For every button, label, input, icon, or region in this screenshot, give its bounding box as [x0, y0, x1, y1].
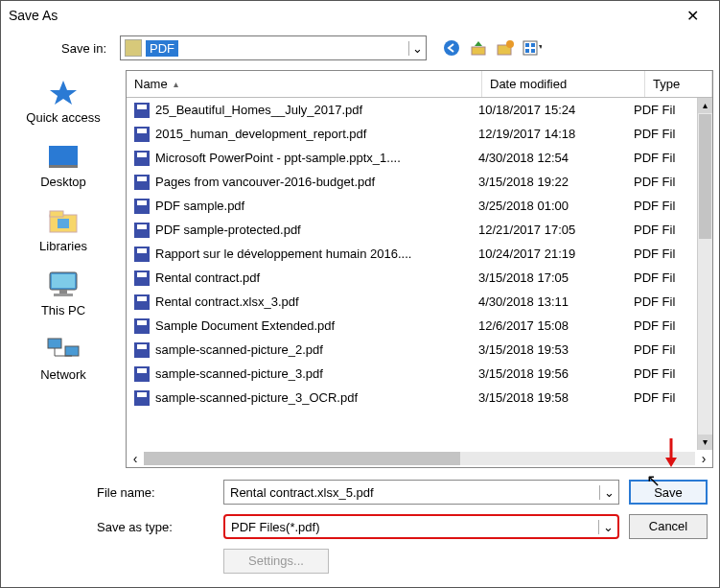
file-row[interactable]: PDF sample.pdf3/25/2018 01:00PDF Fil — [127, 194, 697, 218]
file-row[interactable]: sample-scanned-picture_2.pdf3/15/2018 19… — [127, 338, 697, 362]
place-label: Quick access — [1, 110, 126, 125]
file-name: 2015_human_development_report.pdf — [155, 127, 478, 141]
column-date[interactable]: Date modified — [482, 71, 645, 97]
place-this-pc[interactable]: This PC — [1, 265, 126, 327]
save-in-combo[interactable]: PDF ⌄ — [120, 35, 427, 60]
file-name: Rental contract.xlsx_3.pdf — [155, 294, 478, 309]
column-type[interactable]: Type — [645, 71, 712, 97]
svg-rect-12 — [50, 211, 63, 217]
file-type: PDF Fil — [634, 366, 689, 381]
scroll-left-icon[interactable]: ‹ — [127, 451, 144, 466]
file-row[interactable]: Microsoft PowerPoint - ppt-sample.pptx_1… — [127, 146, 697, 170]
file-name: sample-scanned-picture_3.pdf — [155, 366, 478, 381]
svg-rect-6 — [531, 43, 535, 47]
file-row[interactable]: sample-scanned-picture_3_OCR.pdf3/15/201… — [127, 386, 697, 410]
pdf-file-icon — [134, 199, 150, 214]
pdf-file-icon — [134, 294, 150, 310]
file-name: Sample Document Extended.pdf — [155, 318, 478, 333]
settings-button[interactable]: Settings... — [223, 549, 329, 574]
scroll-right-icon[interactable]: › — [695, 451, 712, 466]
file-type: PDF Fil — [634, 294, 689, 309]
filename-value: Rental contract.xlsx_5.pdf — [224, 485, 599, 500]
horizontal-scrollbar[interactable]: ‹ › — [127, 450, 712, 467]
cancel-button[interactable]: Cancel — [629, 514, 708, 539]
file-date: 3/15/2018 19:56 — [478, 366, 634, 381]
file-date: 10/24/2017 21:19 — [478, 247, 634, 261]
back-icon[interactable] — [442, 38, 461, 58]
desktop-icon — [44, 142, 82, 171]
toolbar: Save in: PDF ⌄ — [1, 30, 719, 66]
up-icon[interactable] — [469, 38, 488, 58]
file-name: Pages from vancouver-2016-budget.pdf — [155, 175, 478, 189]
file-name: Rental contract.pdf — [155, 270, 478, 285]
filetype-label: Save as type: — [12, 520, 214, 534]
chevron-down-icon[interactable]: ⌄ — [599, 485, 618, 500]
place-label: Desktop — [1, 175, 126, 189]
save-in-value: PDF — [146, 40, 178, 57]
vertical-scrollbar[interactable]: ▴ ▾ — [697, 98, 712, 450]
place-libraries[interactable]: Libraries — [1, 200, 126, 263]
svg-rect-9 — [49, 146, 78, 165]
file-date: 3/15/2018 19:58 — [478, 390, 634, 405]
file-row[interactable]: Pages from vancouver-2016-budget.pdf3/15… — [127, 170, 697, 194]
toolbar-icons — [442, 38, 542, 58]
folder-icon — [125, 39, 142, 57]
column-name[interactable]: Name▴ — [127, 71, 482, 97]
svg-rect-19 — [65, 346, 79, 356]
place-desktop[interactable]: Desktop — [1, 136, 126, 199]
scroll-down-icon[interactable]: ▾ — [698, 435, 712, 450]
file-date: 3/15/2018 17:05 — [478, 270, 634, 285]
file-date: 10/18/2017 15:24 — [478, 103, 634, 117]
scroll-thumb[interactable] — [699, 114, 711, 239]
place-network[interactable]: Network — [1, 329, 126, 391]
svg-rect-18 — [48, 339, 61, 348]
pdf-file-icon — [134, 270, 150, 286]
filetype-combo[interactable]: PDF Files(*.pdf) ⌄ — [223, 514, 619, 539]
pdf-file-icon — [134, 151, 150, 166]
file-row[interactable]: sample-scanned-picture_3.pdf3/15/2018 19… — [127, 362, 697, 386]
file-row[interactable]: Rapport sur le développement humain 2016… — [127, 242, 697, 266]
pdf-file-icon — [134, 318, 150, 334]
sort-asc-icon: ▴ — [174, 79, 178, 89]
file-type: PDF Fil — [634, 270, 689, 285]
save-as-dialog: Save As ✕ Save in: PDF ⌄ Quick access De… — [0, 0, 720, 588]
file-row[interactable]: Rental contract.pdf3/15/2018 17:05PDF Fi… — [127, 266, 697, 290]
close-button[interactable]: ✕ — [673, 7, 711, 25]
scroll-up-icon[interactable]: ▴ — [698, 98, 712, 113]
chevron-down-icon[interactable]: ⌄ — [408, 41, 426, 56]
file-row[interactable]: Rental contract.xlsx_3.pdf4/30/2018 13:1… — [127, 290, 697, 314]
hscroll-thumb[interactable] — [144, 452, 460, 465]
file-row[interactable]: PDF sample-protected.pdf12/21/2017 17:05… — [127, 218, 697, 242]
file-row[interactable]: Sample Document Extended.pdf12/6/2017 15… — [127, 314, 697, 338]
file-name: sample-scanned-picture_3_OCR.pdf — [155, 390, 478, 405]
filename-label: File name: — [12, 485, 214, 500]
svg-rect-7 — [525, 49, 529, 53]
libraries-icon — [44, 206, 82, 235]
place-label: This PC — [1, 303, 126, 318]
save-button[interactable]: Save — [629, 480, 708, 505]
svg-rect-8 — [531, 49, 535, 53]
filetype-value: PDF Files(*.pdf) — [225, 520, 598, 534]
place-quick-access[interactable]: Quick access — [1, 72, 126, 134]
file-name: PDF sample.pdf — [155, 199, 478, 213]
file-type: PDF Fil — [634, 247, 689, 261]
filename-input[interactable]: Rental contract.xlsx_5.pdf ⌄ — [223, 480, 619, 505]
network-icon — [44, 335, 82, 364]
window-title: Save As — [9, 8, 673, 23]
pdf-file-icon — [134, 127, 150, 142]
file-rows: 25_Beautiful_Homes__July_2017.pdf10/18/2… — [127, 98, 697, 450]
places-bar: Quick access Desktop Libraries This PC N… — [1, 66, 126, 472]
pdf-file-icon — [134, 175, 150, 190]
pdf-file-icon — [134, 223, 150, 238]
file-date: 12/6/2017 15:08 — [478, 318, 634, 333]
file-date: 3/15/2018 19:22 — [478, 175, 634, 189]
file-row[interactable]: 2015_human_development_report.pdf12/19/2… — [127, 122, 697, 146]
file-type: PDF Fil — [634, 223, 689, 237]
view-menu-icon[interactable] — [523, 38, 542, 58]
new-folder-icon[interactable] — [496, 38, 515, 58]
file-name: Microsoft PowerPoint - ppt-sample.pptx_1… — [155, 151, 478, 165]
file-row[interactable]: 25_Beautiful_Homes__July_2017.pdf10/18/2… — [127, 98, 697, 122]
file-type: PDF Fil — [634, 318, 689, 333]
titlebar: Save As ✕ — [1, 1, 719, 30]
chevron-down-icon[interactable]: ⌄ — [598, 520, 617, 534]
